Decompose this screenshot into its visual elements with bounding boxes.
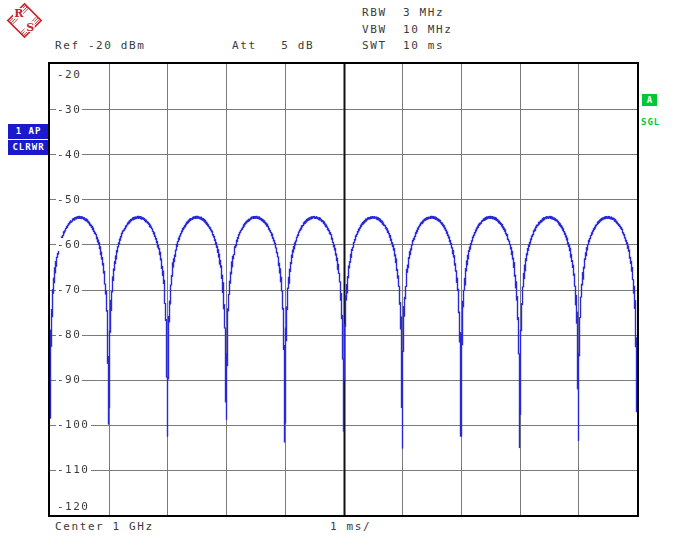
trace-detector-badge: 1 AP <box>8 124 49 139</box>
y-axis-tick-label: -40 <box>56 148 82 161</box>
single-sweep-indicator: SGL <box>641 117 660 127</box>
trace-write-mode-badge: CLRWR <box>8 140 49 155</box>
swt-label: SWT 10 ms <box>362 40 444 52</box>
ref-level-label: Ref -20 dBm <box>55 40 145 52</box>
svg-text:S: S <box>26 21 34 34</box>
y-axis-tick-label: -90 <box>56 373 82 386</box>
y-axis-tick-label: -70 <box>56 283 82 296</box>
screen-a-badge: A <box>642 94 657 106</box>
vbw-label: VBW 10 MHz <box>362 24 452 36</box>
trace-mode-badges: 1 AP CLRWR <box>8 124 49 156</box>
y-axis-tick-label: -20 <box>56 68 82 81</box>
y-axis-tick-label: -100 <box>56 418 91 431</box>
measurement-graticule: -20-30-40-50-60-70-80-90-100-110-120 <box>48 62 639 517</box>
y-axis-tick-label: -50 <box>56 193 82 206</box>
y-axis-tick-label: -80 <box>56 328 82 341</box>
y-axis-tick-label: -30 <box>56 103 82 116</box>
time-scale-label: 1 ms/ <box>330 521 371 533</box>
trace-canvas <box>50 64 637 515</box>
rohde-schwarz-logo: R S <box>6 2 43 39</box>
svg-text:R: R <box>14 7 24 20</box>
attenuation-label: Att 5 dB <box>232 40 314 52</box>
y-axis-tick-label: -60 <box>56 238 82 251</box>
y-axis-tick-label: -110 <box>56 463 91 476</box>
rbw-label: RBW 3 MHz <box>362 7 444 19</box>
center-frequency-label: Center 1 GHz <box>55 521 154 533</box>
y-axis-tick-label: -120 <box>56 500 91 513</box>
spectrum-analyzer-screen: R S Ref -20 dBm Att 5 dB RBW 3 MHz VBW 1… <box>0 0 675 541</box>
